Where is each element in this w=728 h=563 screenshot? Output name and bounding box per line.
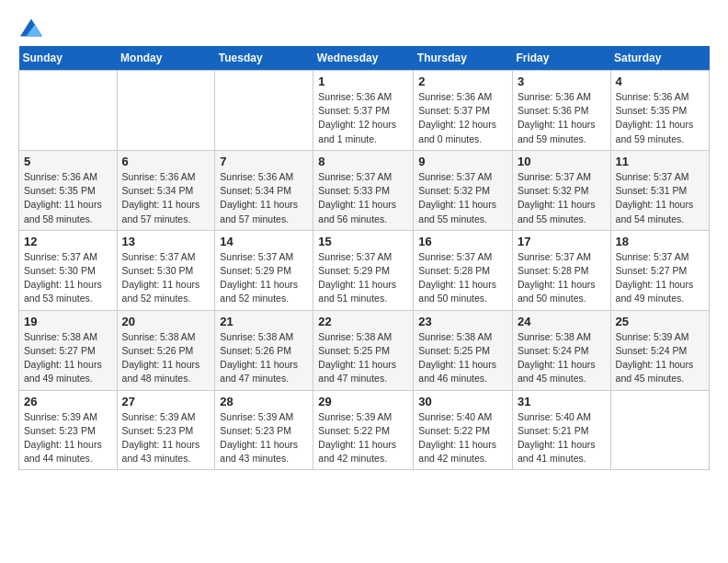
day-number: 14 [220, 235, 308, 248]
day-info: Sunrise: 5:37 AM Sunset: 5:31 PM Dayligh… [616, 170, 704, 226]
day-number: 28 [220, 395, 308, 408]
calendar-cell: 23Sunrise: 5:38 AM Sunset: 5:25 PM Dayli… [414, 310, 513, 390]
day-info: Sunrise: 5:39 AM Sunset: 5:23 PM Dayligh… [220, 410, 308, 466]
day-header-saturday: Saturday [610, 46, 709, 71]
day-number: 3 [518, 75, 606, 88]
day-info: Sunrise: 5:36 AM Sunset: 5:34 PM Dayligh… [122, 170, 210, 226]
calendar-cell: 30Sunrise: 5:40 AM Sunset: 5:22 PM Dayli… [414, 390, 513, 470]
calendar-cell: 27Sunrise: 5:39 AM Sunset: 5:23 PM Dayli… [117, 390, 215, 470]
day-number: 2 [418, 75, 507, 88]
day-header-sunday: Sunday [19, 46, 118, 71]
day-info: Sunrise: 5:36 AM Sunset: 5:37 PM Dayligh… [418, 90, 507, 146]
day-info: Sunrise: 5:36 AM Sunset: 5:35 PM Dayligh… [616, 90, 704, 146]
day-number: 21 [220, 315, 308, 328]
day-number: 15 [318, 235, 408, 248]
day-info: Sunrise: 5:39 AM Sunset: 5:24 PM Dayligh… [616, 330, 704, 386]
calendar-cell: 13Sunrise: 5:37 AM Sunset: 5:30 PM Dayli… [117, 230, 215, 310]
calendar-cell: 3Sunrise: 5:36 AM Sunset: 5:36 PM Daylig… [512, 71, 610, 151]
calendar-row: 1Sunrise: 5:36 AM Sunset: 5:37 PM Daylig… [19, 71, 710, 151]
day-number: 25 [616, 315, 704, 328]
day-info: Sunrise: 5:37 AM Sunset: 5:28 PM Dayligh… [518, 250, 606, 306]
calendar-cell: 6Sunrise: 5:36 AM Sunset: 5:34 PM Daylig… [117, 150, 215, 230]
day-info: Sunrise: 5:37 AM Sunset: 5:30 PM Dayligh… [122, 250, 210, 306]
calendar-header-row: SundayMondayTuesdayWednesdayThursdayFrid… [19, 46, 710, 71]
calendar-row: 5Sunrise: 5:36 AM Sunset: 5:35 PM Daylig… [19, 150, 710, 230]
day-header-tuesday: Tuesday [215, 46, 313, 71]
day-info: Sunrise: 5:36 AM Sunset: 5:35 PM Dayligh… [24, 170, 112, 226]
day-number: 6 [122, 155, 210, 168]
day-number: 5 [24, 155, 112, 168]
day-number: 1 [318, 75, 408, 88]
calendar-cell: 22Sunrise: 5:38 AM Sunset: 5:25 PM Dayli… [313, 310, 414, 390]
day-info: Sunrise: 5:36 AM Sunset: 5:34 PM Dayligh… [220, 170, 308, 226]
day-number: 29 [318, 395, 408, 408]
calendar-cell: 18Sunrise: 5:37 AM Sunset: 5:27 PM Dayli… [610, 230, 709, 310]
calendar-cell: 26Sunrise: 5:39 AM Sunset: 5:23 PM Dayli… [19, 390, 118, 470]
day-header-thursday: Thursday [414, 46, 513, 71]
day-number: 27 [122, 395, 210, 408]
calendar-cell [215, 71, 313, 151]
calendar-cell: 1Sunrise: 5:36 AM Sunset: 5:37 PM Daylig… [313, 71, 414, 151]
day-info: Sunrise: 5:37 AM Sunset: 5:33 PM Dayligh… [318, 170, 408, 226]
day-info: Sunrise: 5:37 AM Sunset: 5:28 PM Dayligh… [418, 250, 507, 306]
logo [18, 18, 42, 37]
day-number: 11 [616, 155, 704, 168]
calendar-cell: 19Sunrise: 5:38 AM Sunset: 5:27 PM Dayli… [19, 310, 118, 390]
calendar-cell: 11Sunrise: 5:37 AM Sunset: 5:31 PM Dayli… [610, 150, 709, 230]
day-info: Sunrise: 5:37 AM Sunset: 5:27 PM Dayligh… [616, 250, 704, 306]
day-number: 12 [24, 235, 112, 248]
day-info: Sunrise: 5:38 AM Sunset: 5:26 PM Dayligh… [220, 330, 308, 386]
calendar-cell: 2Sunrise: 5:36 AM Sunset: 5:37 PM Daylig… [414, 71, 513, 151]
calendar-cell: 29Sunrise: 5:39 AM Sunset: 5:22 PM Dayli… [313, 390, 414, 470]
day-info: Sunrise: 5:39 AM Sunset: 5:23 PM Dayligh… [122, 410, 210, 466]
day-number: 8 [318, 155, 408, 168]
logo-icon [20, 18, 42, 37]
day-info: Sunrise: 5:38 AM Sunset: 5:26 PM Dayligh… [122, 330, 210, 386]
calendar-cell: 8Sunrise: 5:37 AM Sunset: 5:33 PM Daylig… [313, 150, 414, 230]
day-number: 19 [24, 315, 112, 328]
day-number: 23 [418, 315, 507, 328]
calendar-cell: 9Sunrise: 5:37 AM Sunset: 5:32 PM Daylig… [414, 150, 513, 230]
calendar-cell: 28Sunrise: 5:39 AM Sunset: 5:23 PM Dayli… [215, 390, 313, 470]
day-info: Sunrise: 5:39 AM Sunset: 5:23 PM Dayligh… [24, 410, 112, 466]
calendar-cell: 7Sunrise: 5:36 AM Sunset: 5:34 PM Daylig… [215, 150, 313, 230]
calendar-cell: 20Sunrise: 5:38 AM Sunset: 5:26 PM Dayli… [117, 310, 215, 390]
calendar-cell: 14Sunrise: 5:37 AM Sunset: 5:29 PM Dayli… [215, 230, 313, 310]
calendar-cell: 10Sunrise: 5:37 AM Sunset: 5:32 PM Dayli… [512, 150, 610, 230]
day-info: Sunrise: 5:38 AM Sunset: 5:25 PM Dayligh… [318, 330, 408, 386]
day-info: Sunrise: 5:38 AM Sunset: 5:25 PM Dayligh… [418, 330, 507, 386]
calendar-cell: 5Sunrise: 5:36 AM Sunset: 5:35 PM Daylig… [19, 150, 118, 230]
day-info: Sunrise: 5:37 AM Sunset: 5:32 PM Dayligh… [518, 170, 606, 226]
day-info: Sunrise: 5:36 AM Sunset: 5:36 PM Dayligh… [518, 90, 606, 146]
day-header-monday: Monday [117, 46, 215, 71]
day-info: Sunrise: 5:37 AM Sunset: 5:30 PM Dayligh… [24, 250, 112, 306]
day-header-friday: Friday [512, 46, 610, 71]
calendar-cell: 17Sunrise: 5:37 AM Sunset: 5:28 PM Dayli… [512, 230, 610, 310]
day-number: 9 [418, 155, 507, 168]
day-info: Sunrise: 5:38 AM Sunset: 5:24 PM Dayligh… [518, 330, 606, 386]
day-number: 16 [418, 235, 507, 248]
day-info: Sunrise: 5:36 AM Sunset: 5:37 PM Dayligh… [318, 90, 408, 146]
day-info: Sunrise: 5:39 AM Sunset: 5:22 PM Dayligh… [318, 410, 408, 466]
day-number: 4 [616, 75, 704, 88]
day-number: 18 [616, 235, 704, 248]
day-number: 26 [24, 395, 112, 408]
day-number: 17 [518, 235, 606, 248]
calendar-row: 26Sunrise: 5:39 AM Sunset: 5:23 PM Dayli… [19, 390, 710, 470]
day-info: Sunrise: 5:38 AM Sunset: 5:27 PM Dayligh… [24, 330, 112, 386]
day-header-wednesday: Wednesday [313, 46, 414, 71]
calendar-cell: 12Sunrise: 5:37 AM Sunset: 5:30 PM Dayli… [19, 230, 118, 310]
calendar-cell [19, 71, 118, 151]
calendar-cell: 25Sunrise: 5:39 AM Sunset: 5:24 PM Dayli… [610, 310, 709, 390]
day-info: Sunrise: 5:37 AM Sunset: 5:29 PM Dayligh… [318, 250, 408, 306]
day-number: 10 [518, 155, 606, 168]
calendar-cell: 15Sunrise: 5:37 AM Sunset: 5:29 PM Dayli… [313, 230, 414, 310]
calendar-cell: 16Sunrise: 5:37 AM Sunset: 5:28 PM Dayli… [414, 230, 513, 310]
day-number: 30 [418, 395, 507, 408]
day-number: 22 [318, 315, 408, 328]
day-number: 24 [518, 315, 606, 328]
day-number: 7 [220, 155, 308, 168]
calendar-row: 12Sunrise: 5:37 AM Sunset: 5:30 PM Dayli… [19, 230, 710, 310]
day-info: Sunrise: 5:37 AM Sunset: 5:29 PM Dayligh… [220, 250, 308, 306]
day-number: 31 [518, 395, 606, 408]
